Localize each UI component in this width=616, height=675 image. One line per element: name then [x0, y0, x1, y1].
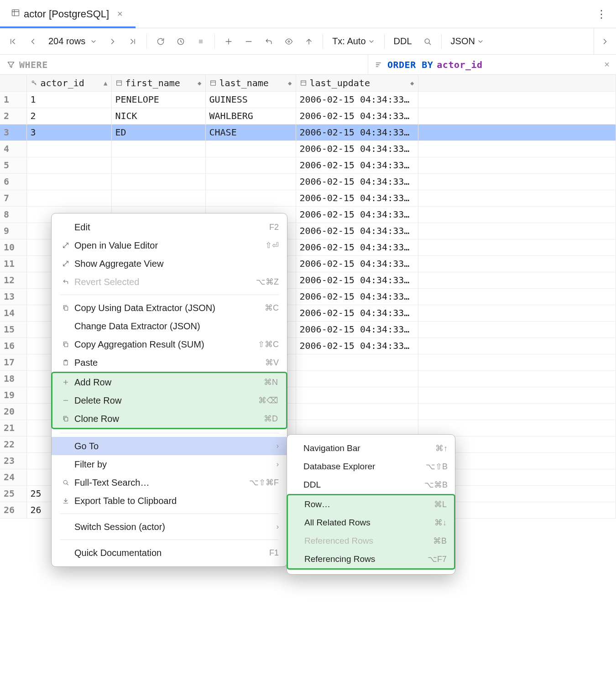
cell-first_name[interactable]: [111, 173, 205, 190]
table-row[interactable]: 52006-02-15 04:34:33…: [0, 157, 616, 173]
table-row[interactable]: 42006-02-15 04:34:33…: [0, 140, 616, 157]
cell-last_update[interactable]: 2006-02-15 04:34:33…: [296, 272, 418, 288]
cell-last_update[interactable]: [296, 387, 418, 403]
row-gutter[interactable]: 11: [0, 255, 26, 272]
cell-last_update[interactable]: [296, 370, 418, 387]
cell-last_update[interactable]: 2006-02-15 04:34:33…: [296, 190, 418, 206]
menu-copy-json[interactable]: Copy Using Data Extractor (JSON)⌘C: [52, 299, 287, 317]
cell-actor_id[interactable]: 3: [26, 124, 111, 140]
ddl-button[interactable]: DDL: [388, 33, 418, 50]
auto-refresh-button[interactable]: [171, 33, 191, 50]
submenu-ddl[interactable]: DDL⌥⌘B: [287, 476, 455, 494]
export-format-dropdown[interactable]: JSON: [445, 33, 490, 50]
cell-last_name[interactable]: [205, 173, 296, 190]
cell-last_update[interactable]: [296, 403, 418, 420]
grid-corner[interactable]: [0, 75, 26, 91]
submenu-navigation-bar[interactable]: Navigation Bar⌘↑: [287, 439, 455, 457]
submenu-database-explorer[interactable]: Database Explorer⌥⇧B: [287, 457, 455, 476]
menu-add-row[interactable]: Add Row⌘N: [52, 373, 286, 391]
cell-last_update[interactable]: 2006-02-15 04:34:33…: [296, 239, 418, 255]
preview-changes-button[interactable]: [279, 33, 299, 50]
cell-last_update[interactable]: 2006-02-15 04:34:33…: [296, 305, 418, 321]
row-gutter[interactable]: 1: [0, 91, 26, 108]
row-gutter[interactable]: 19: [0, 387, 26, 403]
menu-quick-doc[interactable]: Quick DocumentationF1: [52, 544, 287, 562]
row-gutter[interactable]: 13: [0, 288, 26, 305]
submenu-row[interactable]: Row…⌘L: [288, 495, 454, 514]
row-gutter[interactable]: 25: [0, 485, 26, 502]
row-gutter[interactable]: 9: [0, 223, 26, 239]
row-gutter[interactable]: 23: [0, 452, 26, 469]
cell-first_name[interactable]: [111, 190, 205, 206]
row-gutter[interactable]: 4: [0, 140, 26, 157]
cell-last_update[interactable]: 2006-02-15 04:34:33…: [296, 223, 418, 239]
cell-last_update[interactable]: 2006-02-15 04:34:33…: [296, 255, 418, 272]
cell-actor_id[interactable]: [26, 173, 111, 190]
tab-actor[interactable]: actor [PostgreSQL] ×: [0, 0, 136, 28]
table-row[interactable]: 62006-02-15 04:34:33…: [0, 173, 616, 190]
delete-row-button[interactable]: [239, 33, 259, 50]
column-header-actor_id[interactable]: actor_id ▲: [26, 75, 111, 91]
cell-first_name[interactable]: ED: [111, 124, 205, 140]
menu-clone-row[interactable]: Clone Row⌘D: [52, 410, 286, 428]
cell-last_name[interactable]: WAHLBERG: [205, 108, 296, 124]
add-row-button[interactable]: [219, 33, 239, 50]
cell-last_name[interactable]: [205, 190, 296, 206]
cell-last_update[interactable]: 2006-02-15 04:34:33…: [296, 321, 418, 338]
cell-last_update[interactable]: 2006-02-15 04:34:33…: [296, 173, 418, 190]
cell-last_name[interactable]: [205, 157, 296, 173]
menu-filter-by[interactable]: Filter by›: [52, 455, 287, 473]
tab-overflow-menu[interactable]: ⋮: [588, 0, 616, 28]
last-page-button[interactable]: [123, 33, 143, 50]
cell-actor_id[interactable]: [26, 190, 111, 206]
cell-last_name[interactable]: CHASE: [205, 124, 296, 140]
cell-last_update[interactable]: 2006-02-15 04:34:33…: [296, 91, 418, 108]
prev-page-button[interactable]: [23, 33, 43, 50]
cell-first_name[interactable]: [111, 157, 205, 173]
table-row[interactable]: 22NICKWAHLBERG2006-02-15 04:34:33…: [0, 108, 616, 124]
revert-button[interactable]: [259, 33, 279, 50]
menu-paste[interactable]: Paste⌘V: [52, 353, 287, 372]
order-by-input[interactable]: ORDER BY actor_id ×: [368, 55, 616, 74]
row-gutter[interactable]: 17: [0, 354, 26, 370]
cell-last_update[interactable]: 2006-02-15 04:34:33…: [296, 140, 418, 157]
row-gutter[interactable]: 21: [0, 420, 26, 436]
cell-first_name[interactable]: PENELOPE: [111, 91, 205, 108]
row-gutter[interactable]: 26: [0, 502, 26, 518]
menu-switch-session[interactable]: Switch Session (actor)›: [52, 518, 287, 536]
submenu-referencing-rows[interactable]: Referencing Rows⌥F7: [288, 550, 454, 568]
row-gutter[interactable]: 18: [0, 370, 26, 387]
cell-last_update[interactable]: 2006-02-15 04:34:33…: [296, 157, 418, 173]
next-page-button[interactable]: [103, 33, 123, 50]
row-gutter[interactable]: 8: [0, 206, 26, 223]
cell-actor_id[interactable]: [26, 157, 111, 173]
clear-order-icon[interactable]: ×: [604, 59, 610, 70]
row-gutter[interactable]: 2: [0, 108, 26, 124]
cell-last_update[interactable]: 2006-02-15 04:34:33…: [296, 288, 418, 305]
reload-button[interactable]: [151, 33, 171, 50]
tx-mode-dropdown[interactable]: Tx: Auto: [327, 33, 380, 50]
cell-last_update[interactable]: 2006-02-15 04:34:33…: [296, 108, 418, 124]
cell-last_update[interactable]: [296, 420, 418, 436]
column-header-last_update[interactable]: last_update ◆: [296, 75, 418, 91]
close-icon[interactable]: ×: [113, 7, 127, 21]
row-gutter[interactable]: 14: [0, 305, 26, 321]
row-gutter[interactable]: 22: [0, 436, 26, 452]
submenu-all-related-rows[interactable]: All Related Rows⌘↓: [288, 514, 454, 532]
menu-full-text-search[interactable]: Full-Text Search…⌥⇧⌘F: [52, 473, 287, 492]
cell-last_update[interactable]: 2006-02-15 04:34:33…: [296, 338, 418, 354]
submit-button[interactable]: [299, 33, 319, 50]
table-row[interactable]: 33EDCHASE2006-02-15 04:34:33…: [0, 124, 616, 140]
row-gutter[interactable]: 12: [0, 272, 26, 288]
first-page-button[interactable]: [3, 33, 23, 50]
row-gutter[interactable]: 10: [0, 239, 26, 255]
menu-show-aggregate[interactable]: Show Aggregate View: [52, 254, 287, 273]
cell-last_name[interactable]: [205, 140, 296, 157]
cell-first_name[interactable]: NICK: [111, 108, 205, 124]
menu-delete-row[interactable]: Delete Row⌘⌫: [52, 391, 286, 410]
row-gutter[interactable]: 5: [0, 157, 26, 173]
cell-last_update[interactable]: 2006-02-15 04:34:33…: [296, 206, 418, 223]
table-row[interactable]: 11PENELOPEGUINESS2006-02-15 04:34:33…: [0, 91, 616, 108]
row-gutter[interactable]: 6: [0, 173, 26, 190]
menu-open-value-editor[interactable]: Open in Value Editor⇧⏎: [52, 236, 287, 254]
